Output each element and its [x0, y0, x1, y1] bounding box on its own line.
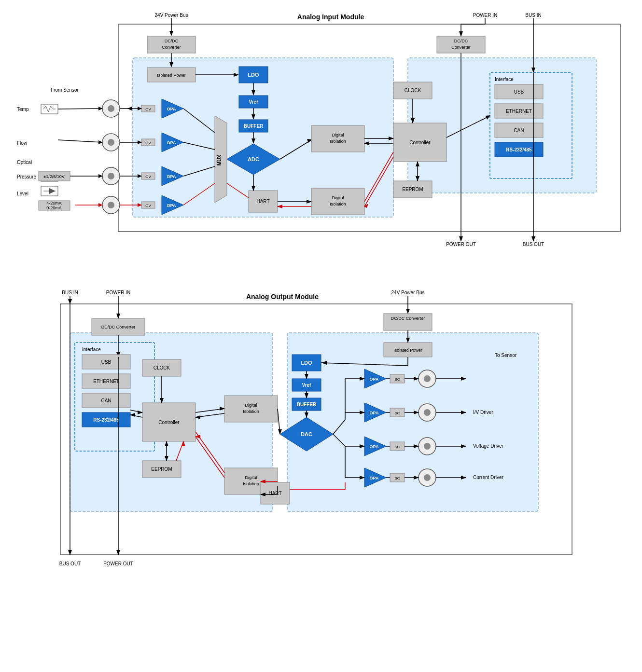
svg-rect-100	[311, 125, 364, 152]
svg-text:DC/DC: DC/DC	[165, 39, 179, 43]
svg-text:OPA: OPA	[167, 107, 176, 111]
svg-rect-115	[393, 123, 447, 162]
svg-marker-200	[280, 417, 333, 451]
svg-marker-132	[416, 161, 419, 166]
svg-marker-120	[364, 141, 369, 145]
svg-marker-72	[138, 203, 142, 207]
svg-rect-212	[390, 374, 405, 383]
svg-point-60	[108, 139, 114, 146]
svg-marker-195	[305, 374, 308, 379]
svg-marker-176	[406, 309, 410, 314]
svg-marker-233	[414, 411, 419, 414]
svg-rect-167	[75, 343, 154, 451]
svg-rect-8	[147, 36, 195, 53]
svg-text:Vref: Vref	[249, 99, 259, 105]
svg-point-67	[102, 196, 120, 214]
svg-point-223	[424, 409, 431, 416]
svg-text:Controller: Controller	[158, 420, 180, 425]
svg-text:DC/DC: DC/DC	[454, 39, 468, 43]
svg-text:Isolated Power: Isolated Power	[157, 73, 186, 78]
svg-text:SC: SC	[394, 411, 400, 415]
svg-marker-31	[215, 116, 227, 203]
svg-text:USB: USB	[101, 359, 112, 365]
svg-rect-1	[133, 58, 393, 217]
svg-rect-216	[390, 442, 405, 451]
svg-marker-241	[461, 377, 466, 381]
svg-rect-3	[490, 72, 572, 178]
svg-marker-230	[414, 377, 419, 381]
svg-marker-254	[360, 411, 365, 414]
svg-text:DAC: DAC	[301, 431, 312, 437]
svg-rect-25	[239, 120, 268, 132]
svg-marker-118	[389, 137, 394, 140]
svg-marker-170	[68, 299, 72, 304]
svg-marker-275	[278, 429, 282, 435]
svg-text:OPA: OPA	[370, 444, 379, 449]
svg-marker-127	[411, 118, 415, 123]
diagram-container: Analog Input Module 24V Power Bus DC/DC …	[0, 0, 642, 589]
svg-text:CLOCK: CLOCK	[154, 365, 170, 370]
svg-rect-192	[292, 379, 321, 391]
svg-line-312	[130, 415, 142, 417]
svg-line-52	[183, 183, 215, 205]
svg-line-121	[364, 152, 393, 202]
svg-rect-196	[292, 398, 321, 411]
svg-rect-187	[292, 355, 321, 371]
svg-text:Vref: Vref	[302, 383, 312, 388]
svg-point-59	[102, 134, 120, 151]
svg-line-50	[183, 142, 215, 150]
analog-input-module: Analog Input Module 24V Power Bus DC/DC …	[12, 10, 630, 251]
svg-text:OPA: OPA	[370, 377, 379, 382]
svg-marker-154	[531, 68, 535, 73]
svg-marker-293	[160, 398, 164, 403]
svg-marker-160	[531, 236, 535, 242]
svg-text:LDO: LDO	[301, 360, 312, 366]
svg-marker-239	[414, 476, 419, 480]
svg-marker-203	[305, 412, 308, 418]
svg-marker-24	[251, 114, 255, 120]
svg-line-274	[278, 409, 280, 434]
svg-marker-29	[227, 144, 280, 175]
svg-text:Isolated Power: Isolated Power	[393, 348, 422, 353]
svg-rect-290	[142, 359, 181, 376]
svg-text:HART: HART	[256, 199, 269, 204]
svg-line-98	[280, 140, 311, 159]
svg-text:POWER IN: POWER IN	[473, 13, 498, 18]
svg-text:BUS OUT: BUS OUT	[523, 242, 544, 247]
svg-text:I/V Driver: I/V Driver	[473, 410, 493, 415]
svg-text:Pressure: Pressure	[17, 174, 36, 179]
svg-marker-284	[220, 407, 225, 411]
svg-line-51	[183, 166, 215, 176]
svg-text:MUX: MUX	[217, 155, 222, 166]
svg-rect-124	[393, 82, 432, 99]
svg-point-54	[108, 105, 114, 112]
svg-rect-103	[311, 188, 364, 215]
svg-line-87	[58, 140, 102, 142]
svg-marker-86	[98, 107, 103, 110]
svg-line-252	[333, 420, 345, 434]
svg-line-49	[183, 109, 215, 133]
svg-rect-281	[142, 403, 195, 441]
svg-marker-62	[138, 140, 142, 144]
svg-text:4-20mA: 4-20mA	[46, 201, 62, 206]
svg-text:OV: OV	[145, 107, 151, 111]
svg-text:POWER IN: POWER IN	[106, 290, 131, 295]
svg-marker-247	[461, 476, 466, 480]
svg-rect-269	[224, 468, 278, 494]
svg-text:Analog Input Module: Analog Input Module	[297, 13, 364, 21]
svg-rect-106	[249, 191, 278, 212]
svg-marker-260	[360, 444, 365, 448]
svg-marker-143	[486, 115, 490, 120]
svg-rect-80	[41, 172, 58, 181]
svg-rect-2	[408, 58, 596, 193]
svg-marker-297	[165, 456, 168, 461]
svg-text:Temp: Temp	[17, 107, 29, 112]
svg-text:OV: OV	[145, 204, 151, 208]
svg-point-224	[419, 438, 436, 455]
svg-text:Digital: Digital	[245, 403, 257, 408]
svg-text:Digital: Digital	[245, 475, 257, 480]
svg-text:Isolation: Isolation	[243, 409, 259, 414]
svg-rect-0	[118, 24, 620, 232]
svg-line-288	[195, 437, 224, 478]
svg-rect-266	[224, 396, 278, 422]
